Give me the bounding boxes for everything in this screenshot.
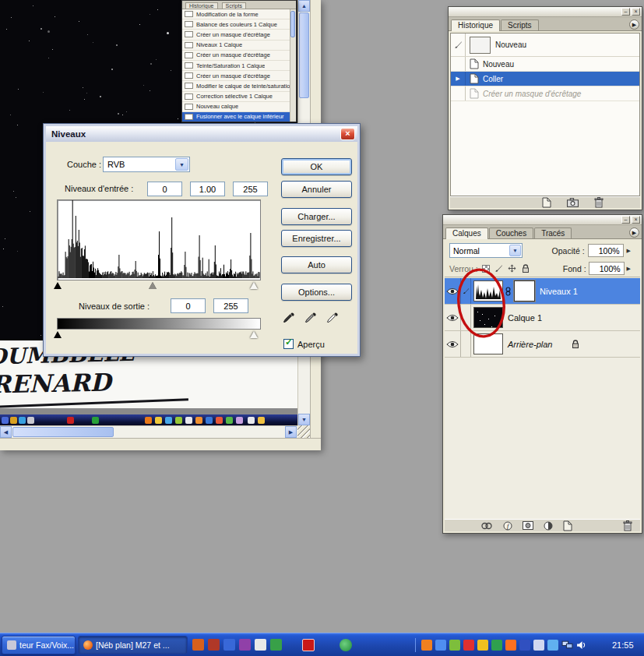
quick-launch-icon[interactable] [239,639,251,651]
tray-icon[interactable] [463,640,474,651]
auto-button[interactable]: Auto [281,256,352,273]
tray-icon[interactable] [533,640,544,651]
floating-history-scrollbar[interactable] [290,9,296,122]
lock-transparency-icon[interactable] [480,263,491,274]
lock-all-icon[interactable] [520,263,531,274]
black-point-eyedropper-icon[interactable] [282,312,295,325]
blend-mode-select[interactable]: Normal ▼ [449,243,523,258]
adjustment-layer-icon[interactable] [544,521,553,531]
close-icon[interactable]: × [632,216,640,224]
tab-historique[interactable]: Historique [185,2,218,9]
fill-field[interactable]: 100% [589,262,625,275]
cancel-button[interactable]: Annuler [281,181,352,198]
scroll-left-icon[interactable]: ◀ [0,426,12,438]
dialog-titlebar[interactable]: Niveaux × [46,126,357,142]
taskbar-task-fax[interactable]: teur Fax/Voix... [2,636,76,654]
tab-historique[interactable]: Historique [451,19,500,31]
new-snapshot-camera-icon[interactable] [567,198,579,207]
history-state-item[interactable]: Nouveau calque [182,102,290,112]
history-state-item[interactable]: Niveaux 1 Calque [182,41,290,51]
gray-point-eyedropper-icon[interactable] [304,312,317,325]
layer-row-niveaux-1[interactable]: Niveaux 1 [445,278,640,305]
history-state-item[interactable]: Balance des couleurs 1 Calque [182,19,290,30]
visibility-toggle[interactable] [445,305,461,330]
palette-titlebar[interactable]: – × [449,7,642,17]
document-horizontal-scrollbar[interactable]: ◀ ▶ [0,425,297,438]
tray-icon[interactable] [491,640,502,651]
white-point-eyedropper-icon[interactable] [326,312,339,325]
output-high-field[interactable] [213,298,248,313]
new-document-from-state-icon[interactable] [542,197,551,208]
history-state-item[interactable]: Teinte/Saturation 1 Calque [182,61,290,71]
volume-icon[interactable] [576,640,586,650]
output-white-slider[interactable] [250,331,258,338]
fill-slider-arrow-icon[interactable]: ▶ [627,266,631,272]
tab-couches[interactable]: Couches [489,227,533,238]
layer-row-calque-1[interactable]: Calque 1 [445,305,640,331]
minimize-icon[interactable]: – [621,216,630,224]
scroll-down-icon[interactable]: ▼ [298,414,310,425]
minimize-icon[interactable]: – [621,8,630,16]
output-low-field[interactable] [171,298,206,313]
chevron-down-icon[interactable]: ▼ [175,158,188,171]
horizontal-scroll-thumb[interactable] [12,427,114,437]
input-white-slider[interactable] [250,282,258,289]
history-brush-slot[interactable] [451,34,466,56]
history-state-item[interactable]: Créer un masque d'écrêtage [182,30,290,40]
link-layers-icon[interactable] [480,522,493,530]
input-black-slider[interactable] [54,282,62,289]
visibility-toggle[interactable] [445,331,461,357]
lock-position-move-icon[interactable] [507,263,518,274]
scroll-thumb[interactable] [290,11,295,37]
layer-thumbnail[interactable] [473,307,503,328]
palette-menu-icon[interactable]: ▶ [629,227,639,238]
layer-thumbnail[interactable] [473,333,503,354]
preview-checkbox[interactable]: ✓ [283,339,294,349]
snapshot-row[interactable]: Nouveau [451,34,639,57]
close-icon[interactable]: × [340,128,355,140]
layer-mask-thumbnail[interactable] [514,280,535,302]
tray-icon[interactable] [421,640,432,651]
history-state-item[interactable]: Créer un masque d'écrêtage [182,71,290,81]
adjustment-layer-thumbnail[interactable] [473,280,503,302]
exit-red-icon[interactable] [302,639,315,651]
history-item-undone[interactable]: Créer un masque d'écrêtage [451,86,639,101]
tray-icon[interactable] [449,640,460,651]
layer-name[interactable]: Niveaux 1 [540,287,578,296]
load-button[interactable]: Charger... [281,208,352,225]
lock-pixels-brush-icon[interactable] [494,263,505,274]
taskbar-task-firefox[interactable]: [Néb plan] M27 et ... [78,636,188,654]
tray-icon[interactable] [505,640,516,651]
tab-scripts[interactable]: Scripts [501,19,539,30]
trash-icon[interactable] [623,520,632,531]
tray-icon[interactable] [435,640,446,651]
quick-launch-icon[interactable] [208,639,220,651]
close-icon[interactable]: × [632,8,640,16]
tab-scripts[interactable]: Scripts [222,2,246,9]
history-item[interactable]: Nouveau [451,57,639,72]
history-state-item[interactable]: Modifier le calque de teinte/saturation [182,81,290,91]
input-low-field[interactable] [147,182,182,196]
vertical-scroll-thumb[interactable] [299,12,309,98]
green-app-icon[interactable] [340,639,352,651]
tray-icon[interactable] [519,640,530,651]
layer-row-arriere-plan[interactable]: Arrière-plan [445,331,640,358]
history-brush-slot[interactable] [451,57,466,71]
tab-calques[interactable]: Calques [445,227,488,239]
history-state-item[interactable]: Créer un masque d'écrêtage [182,51,290,61]
add-mask-icon[interactable] [523,521,533,530]
trash-icon[interactable] [594,197,604,208]
opacity-slider-arrow-icon[interactable]: ▶ [627,248,631,254]
chevron-down-icon[interactable]: ▼ [509,245,521,256]
quick-launch-icon[interactable] [255,639,266,651]
tray-icon[interactable] [477,640,488,651]
history-item-selected[interactable]: ▶ Coller [451,72,639,86]
tab-traces[interactable]: Tracés [534,227,572,238]
quick-launch-icon[interactable] [270,639,282,651]
input-high-field[interactable] [233,182,268,196]
visibility-toggle[interactable] [445,278,461,304]
history-state-item[interactable]: Fusionner avec le calque inférieur [182,112,290,122]
scroll-up-icon[interactable]: ▲ [298,0,310,12]
save-button[interactable]: Enregistrer... [281,230,352,247]
layer-effects-icon[interactable]: f [503,521,512,531]
